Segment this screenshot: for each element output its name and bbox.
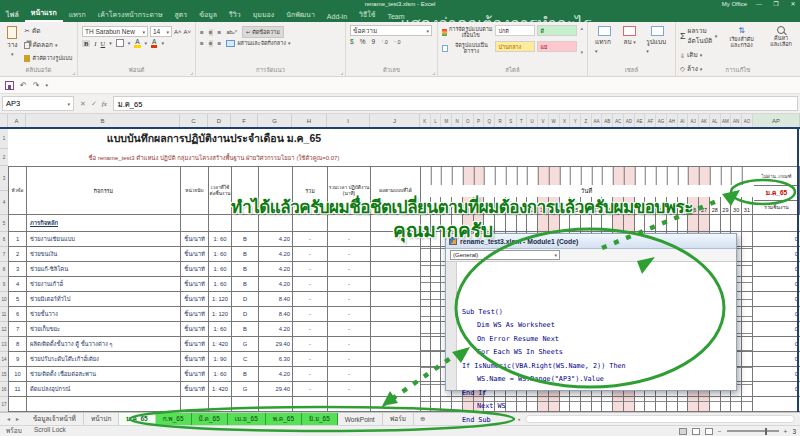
column-header[interactable]: M bbox=[441, 114, 452, 128]
autosum-button[interactable]: Σผลรวมอัตโนมัติ▾ bbox=[680, 26, 717, 46]
name-box[interactable]: AP3▾ bbox=[2, 96, 74, 111]
sheet-tab[interactable]: หน้าปก bbox=[84, 413, 119, 425]
cut-button[interactable]: ✂ตัด bbox=[24, 26, 72, 36]
row-header[interactable]: 14 bbox=[0, 352, 8, 367]
zoom-in-icon[interactable]: + bbox=[784, 428, 788, 435]
row-header[interactable]: 4 bbox=[0, 191, 8, 215]
cell-style-chip[interactable]: ดี bbox=[537, 25, 577, 36]
column-header[interactable]: Q bbox=[484, 114, 495, 128]
column-header[interactable]: P bbox=[474, 114, 485, 128]
column-header[interactable]: R bbox=[495, 114, 506, 128]
row-header[interactable]: 17 bbox=[0, 397, 8, 412]
column-header[interactable]: X bbox=[560, 114, 571, 128]
select-all-corner[interactable] bbox=[0, 114, 8, 128]
cell-style-chip[interactable]: ปานกลาง bbox=[495, 41, 535, 52]
vba-code-area[interactable]: Sub Test()Dim WS As WorksheetOn Error Re… bbox=[457, 262, 736, 390]
column-header[interactable]: U bbox=[527, 114, 538, 128]
number-dialog-launcher[interactable]: ⌟ bbox=[432, 68, 435, 75]
row-header[interactable]: 6 bbox=[0, 232, 8, 247]
minimize-button[interactable]: — bbox=[754, 1, 764, 7]
column-header[interactable]: T bbox=[517, 114, 528, 128]
zoom-label[interactable]: 3 bbox=[792, 428, 796, 435]
ribbon-tab[interactable]: เค้าโครงหน้ากระดาษ bbox=[92, 8, 169, 22]
column-header[interactable]: B bbox=[26, 114, 180, 128]
column-header[interactable]: C bbox=[180, 114, 208, 128]
row-header[interactable]: 11 bbox=[0, 307, 8, 322]
column-header[interactable]: V bbox=[538, 114, 549, 128]
sheet-tab[interactable]: ก.พ_65 bbox=[156, 413, 192, 425]
column-header[interactable]: Z bbox=[581, 114, 592, 128]
decrease-decimal-button[interactable]: ⁻.0 bbox=[394, 39, 401, 45]
sheet-tab[interactable]: พ.ค_65 bbox=[266, 413, 302, 425]
maximize-button[interactable]: ❐ bbox=[771, 0, 781, 7]
column-header[interactable]: AI bbox=[678, 114, 689, 128]
insert-function-icon[interactable]: fx bbox=[102, 100, 107, 108]
sheet-nav-left-icon[interactable]: ◄ bbox=[6, 416, 11, 422]
gallery-up-icon[interactable]: ▴ bbox=[580, 25, 583, 31]
column-header[interactable]: AO bbox=[742, 114, 753, 128]
row-header[interactable]: 2 bbox=[0, 149, 8, 166]
column-header[interactable]: F bbox=[231, 114, 258, 128]
zoom-slider[interactable] bbox=[727, 430, 779, 432]
column-header[interactable]: AK bbox=[699, 114, 710, 128]
fill-color-button[interactable]: A bbox=[134, 38, 140, 48]
ribbon-tab[interactable]: แทรก bbox=[63, 8, 92, 22]
row-header[interactable]: 7 bbox=[0, 247, 8, 262]
ribbon-tab[interactable]: วิธีใช้ bbox=[353, 8, 381, 22]
column-header[interactable]: AN bbox=[731, 114, 742, 128]
undo-icon[interactable]: ↶ bbox=[20, 81, 27, 90]
column-header[interactable]: D bbox=[208, 114, 231, 128]
row-header[interactable]: 5 bbox=[0, 215, 8, 232]
column-header-ap[interactable]: AP bbox=[753, 114, 800, 128]
grow-font-button[interactable]: A˄ bbox=[174, 29, 182, 35]
paste-button[interactable]: วาง▾ bbox=[4, 25, 20, 63]
page-layout-view-icon[interactable] bbox=[692, 428, 700, 435]
font-color-button[interactable]: A bbox=[151, 38, 157, 48]
font-size-select[interactable]: 14▾ bbox=[150, 26, 172, 37]
borders-button[interactable] bbox=[116, 39, 124, 47]
normal-view-icon[interactable] bbox=[679, 428, 687, 435]
column-header[interactable]: A bbox=[8, 114, 26, 128]
qat-customize-icon[interactable]: ▾ bbox=[45, 82, 48, 88]
ribbon-tab[interactable]: หน้าแรก bbox=[25, 6, 63, 22]
column-header[interactable]: AB bbox=[602, 114, 613, 128]
bold-button[interactable]: B bbox=[82, 40, 90, 47]
column-header[interactable]: AF bbox=[645, 114, 656, 128]
row-header[interactable]: 8 bbox=[0, 262, 8, 277]
column-header[interactable]: AM bbox=[721, 114, 732, 128]
column-header[interactable]: H bbox=[292, 114, 327, 128]
alignment-dialog-launcher[interactable]: ⌟ bbox=[340, 68, 343, 75]
percent-format-button[interactable]: % bbox=[360, 38, 366, 45]
insert-cells-button[interactable]: แทรก ▾ bbox=[592, 25, 616, 55]
row-header[interactable]: 10 bbox=[0, 292, 8, 307]
row-header[interactable]: 1 bbox=[0, 128, 8, 149]
fill-button[interactable]: ⇩เติม▾ bbox=[680, 50, 717, 60]
conditional-formatting-button[interactable]: การจัดรูปแบบตามเงื่อนไข bbox=[442, 26, 492, 38]
align-bottom-icon[interactable]: ≡ bbox=[218, 29, 222, 36]
comma-format-button[interactable]: 9 bbox=[371, 38, 375, 45]
zoom-out-icon[interactable]: − bbox=[718, 428, 722, 435]
cancel-icon[interactable]: ✕ bbox=[80, 100, 86, 108]
ribbon-tab[interactable]: รีวิว bbox=[223, 8, 247, 22]
column-header[interactable]: O bbox=[463, 114, 474, 128]
align-center-icon[interactable]: ≡ bbox=[209, 40, 213, 47]
redo-icon[interactable]: ↷ bbox=[33, 81, 40, 90]
increase-decimal-button[interactable]: ⁺.0 bbox=[381, 39, 388, 45]
italic-button[interactable]: I bbox=[94, 40, 96, 47]
orientation-button[interactable]: ab⤢ bbox=[226, 29, 237, 36]
enter-icon[interactable]: ✓ bbox=[91, 100, 97, 108]
column-header[interactable]: AA bbox=[592, 114, 603, 128]
ribbon-tab[interactable]: มุมมอง bbox=[247, 8, 280, 22]
column-header[interactable]: L bbox=[431, 114, 442, 128]
column-header[interactable]: I bbox=[327, 114, 370, 128]
page-break-view-icon[interactable] bbox=[705, 428, 713, 435]
font-dialog-launcher[interactable]: ⌟ bbox=[190, 68, 193, 75]
save-icon[interactable] bbox=[5, 81, 14, 90]
close-button[interactable]: ✕ bbox=[788, 0, 798, 7]
column-header[interactable]: AD bbox=[624, 114, 635, 128]
cell-style-chip[interactable]: แย่ bbox=[537, 41, 577, 52]
column-header[interactable]: N bbox=[452, 114, 463, 128]
delete-cells-button[interactable]: ลบ ▾ bbox=[620, 25, 639, 55]
column-header[interactable]: AG bbox=[656, 114, 667, 128]
format-painter-button[interactable]: ตัวคัดวางรูปแบบ bbox=[24, 54, 72, 62]
